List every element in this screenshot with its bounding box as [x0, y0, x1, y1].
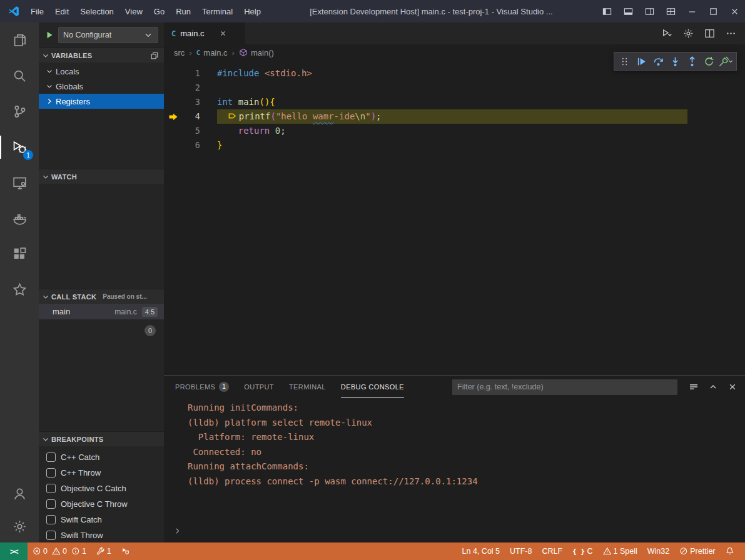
menu-view[interactable]: View: [119, 0, 148, 22]
checkbox[interactable]: [46, 499, 56, 509]
toggle-sidebar-button[interactable]: [596, 0, 617, 22]
menu-selection[interactable]: Selection: [74, 0, 119, 22]
maximize-button[interactable]: [702, 0, 724, 22]
checkbox[interactable]: [46, 452, 56, 462]
variables-header[interactable]: VARIABLES: [39, 48, 164, 62]
debug-config-dropdown[interactable]: No Configurat: [58, 27, 158, 43]
activity-wamr-ide[interactable]: [0, 272, 39, 308]
checkbox[interactable]: [46, 531, 56, 540]
status-encoding[interactable]: UTF-8: [505, 542, 537, 560]
status-language-mode[interactable]: { }C: [567, 542, 597, 560]
activity-remote-explorer[interactable]: [0, 165, 39, 201]
step-out-button[interactable]: [684, 53, 701, 69]
variables-item-locals[interactable]: Locals: [39, 64, 164, 79]
customize-layout-button[interactable]: [660, 0, 681, 22]
close-panel-button[interactable]: [727, 382, 737, 392]
code-line-5[interactable]: return 0;: [217, 124, 687, 138]
restart-button[interactable]: [701, 53, 717, 69]
breadcrumb-item-main-c[interactable]: Cmain.c: [196, 48, 228, 58]
breakpoint-c-throw[interactable]: C++ Throw: [39, 465, 164, 481]
breakpoint-objective-c-throw[interactable]: Objective C Throw: [39, 496, 164, 512]
activity-docker[interactable]: [0, 201, 39, 236]
code-line-3[interactable]: int main(){: [217, 95, 687, 109]
checkbox[interactable]: [46, 484, 56, 493]
drag-handle[interactable]: [616, 53, 633, 69]
activity-settings[interactable]: [0, 510, 39, 542]
stack-frame[interactable]: main main.c 4:5: [39, 304, 164, 319]
status-platform[interactable]: Win32: [642, 542, 674, 560]
output-filter-button[interactable]: [689, 382, 699, 392]
panel-tab-output[interactable]: OUTPUT: [244, 376, 274, 398]
status-tasks[interactable]: 1: [91, 542, 116, 560]
line-number[interactable]: 2: [183, 81, 200, 95]
step-over-button[interactable]: [650, 53, 667, 69]
breakpoint-swift-catch[interactable]: Swift Catch: [39, 512, 164, 528]
status-problems[interactable]: 001: [28, 542, 91, 560]
line-number[interactable]: 5: [183, 124, 200, 138]
minimize-button[interactable]: [681, 0, 702, 22]
breakpoints-header[interactable]: BREAKPOINTS: [39, 431, 164, 446]
run-or-debug-button[interactable]: [662, 28, 672, 39]
line-number[interactable]: 1: [183, 66, 200, 81]
current-line-arrow[interactable]: [164, 112, 183, 122]
breakpoint-objective-c-catch[interactable]: Objective C Catch: [39, 481, 164, 496]
status-cursor-position[interactable]: Ln 4, Col 5: [457, 542, 505, 560]
minimize-icon: [687, 7, 697, 16]
menu-go[interactable]: Go: [148, 0, 170, 22]
breadcrumb-item-main[interactable]: main(): [239, 48, 274, 58]
line-number[interactable]: 3: [183, 95, 200, 109]
breadcrumb-item-src[interactable]: src: [174, 48, 185, 58]
continue-button[interactable]: [633, 53, 650, 69]
console-output[interactable]: Running initCommands:(lldb) platform sel…: [188, 401, 737, 489]
code-line-4[interactable]: printf("hello wamr-ide\n");: [217, 109, 687, 124]
console-filter-input[interactable]: [452, 379, 677, 395]
console-prompt[interactable]: [173, 526, 182, 538]
line-number[interactable]: 6: [183, 138, 200, 152]
close-button[interactable]: [724, 0, 745, 22]
maximize-panel-button[interactable]: [708, 382, 718, 392]
status-notifications[interactable]: [721, 542, 739, 560]
tab-main-c[interactable]: C main.c: [164, 22, 245, 44]
activity-search[interactable]: [0, 58, 39, 94]
step-into-button[interactable]: [667, 53, 684, 69]
remote-indicator[interactable]: ><: [0, 542, 28, 560]
split-editor-button[interactable]: [704, 28, 715, 39]
activity-run-and-debug[interactable]: 1: [0, 129, 39, 165]
panel-tab-terminal[interactable]: TERMINAL: [289, 376, 326, 398]
toggle-panel-button[interactable]: [617, 0, 639, 22]
status-prettier[interactable]: Prettier: [674, 542, 720, 560]
panel-tab-problems[interactable]: PROBLEMS1: [175, 376, 229, 398]
open-launch-settings-button[interactable]: [683, 28, 694, 39]
status-debug-status[interactable]: [116, 542, 135, 560]
call-stack-header[interactable]: CALL STACK Paused on st...: [39, 289, 164, 304]
line-number[interactable]: 4: [183, 109, 200, 124]
panel-tab-debug-console[interactable]: DEBUG CONSOLE: [341, 376, 404, 398]
checkbox[interactable]: [46, 515, 56, 524]
breakpoint-c-catch[interactable]: C++ Catch: [39, 449, 164, 465]
code-editor[interactable]: 1#include <stdio.h>23int main(){4 printf…: [164, 61, 745, 152]
status-eol[interactable]: CRLF: [537, 542, 567, 560]
start-debug-icon[interactable]: [44, 30, 54, 40]
menu-terminal[interactable]: Terminal: [196, 0, 238, 22]
variables-item-registers[interactable]: Registers: [39, 94, 164, 109]
more-actions-button[interactable]: [726, 28, 736, 39]
watch-header[interactable]: WATCH: [39, 169, 164, 184]
toggle-secondary-sidebar-button[interactable]: [639, 0, 660, 22]
checkbox[interactable]: [46, 468, 56, 478]
activity-extensions[interactable]: [0, 236, 39, 272]
menu-run[interactable]: Run: [170, 0, 196, 22]
status-spell-checker[interactable]: 1 Spell: [598, 542, 642, 560]
activity-explorer[interactable]: [0, 22, 39, 58]
variables-item-globals[interactable]: Globals: [39, 79, 164, 94]
code-line-6[interactable]: }: [217, 138, 687, 152]
activity-accounts[interactable]: [0, 478, 39, 510]
menu-edit[interactable]: Edit: [49, 0, 74, 22]
disconnect-button[interactable]: [717, 53, 734, 69]
breakpoint-swift-throw[interactable]: Swift Throw: [39, 528, 164, 542]
panel-toggle-icon[interactable]: [150, 51, 159, 60]
inline-breakpoint-icon[interactable]: [228, 111, 239, 121]
menu-file[interactable]: File: [25, 0, 49, 22]
activity-source-control[interactable]: [0, 94, 39, 129]
close-icon[interactable]: [219, 29, 227, 38]
menu-help[interactable]: Help: [238, 0, 266, 22]
